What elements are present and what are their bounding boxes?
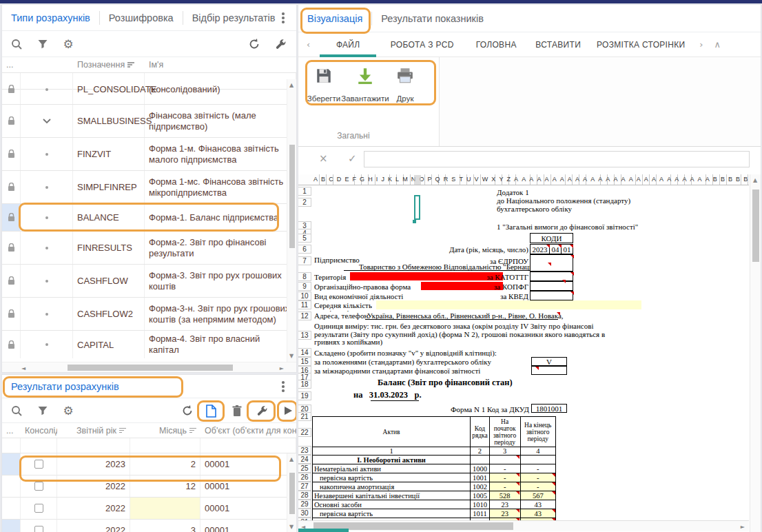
more-menu-icon[interactable] xyxy=(277,380,289,393)
row-header[interactable]: 28 xyxy=(298,491,311,500)
row-header[interactable]: 21 xyxy=(298,412,311,421)
col-header-name[interactable]: Ім'я xyxy=(145,60,296,70)
year-cell[interactable]: 2022 xyxy=(57,498,130,519)
col-header-year[interactable]: Звітній рік xyxy=(57,426,130,436)
calc-type-row[interactable]: CASHFLOW2Форма-3-н. Звіт про рух грошови… xyxy=(2,298,296,331)
filter-icon[interactable] xyxy=(35,403,50,418)
calc-type-row[interactable]: SIMPLFINREPФорма 1-мс. Фінансова звітніс… xyxy=(2,171,296,204)
vertical-scrollbar[interactable]: ▲ ▼ xyxy=(287,453,296,532)
col-header-object[interactable]: Об'єкт (об'єкти для кон xyxy=(200,426,296,436)
name-cell[interactable]: Форма-3. Звіт про рух грошових коштів xyxy=(145,265,296,297)
search-icon[interactable] xyxy=(9,37,24,52)
row-header[interactable]: 11 xyxy=(298,300,311,309)
name-cell[interactable]: Форма 1-мс. Фінансова звітність мікропід… xyxy=(145,171,296,203)
name-cell[interactable]: Форма-3-н. Звіт про рух грошових коштів … xyxy=(145,298,296,330)
name-cell[interactable]: Форма 1-м. Фінансова звітність малого пі… xyxy=(145,138,296,170)
tab-result-selection[interactable]: Відбір результатів xyxy=(183,12,285,23)
consolidated-checkbox[interactable] xyxy=(34,504,43,513)
row-header[interactable]: 22 xyxy=(298,428,311,437)
vertical-scrollbar[interactable]: ▲ ▼ xyxy=(287,79,296,362)
load-button[interactable]: Завантажити xyxy=(341,67,389,103)
calc-type-row[interactable]: CAPITALФорма-4. Звіт про власний капітал xyxy=(2,331,296,358)
more-menu-icon[interactable] xyxy=(277,11,289,25)
ribbon-tab-2[interactable]: РОБОТА З PCD xyxy=(379,32,465,57)
tab-calc-types[interactable]: Типи розрахунків xyxy=(2,12,99,23)
gear-icon[interactable]: ⚙ xyxy=(61,403,76,418)
year-cell[interactable]: 2023 xyxy=(57,453,130,475)
row-header[interactable]: 10 xyxy=(298,291,311,300)
fill-handle[interactable] xyxy=(413,220,416,223)
sheet-vertical-scrollbar[interactable]: ▲ xyxy=(750,174,761,532)
calc-result-row[interactable]: 2023200001 xyxy=(2,453,296,475)
calc-type-row[interactable]: BALANCEФорма-1. Баланс підприємства xyxy=(2,204,296,232)
col-header-month[interactable]: Місяць xyxy=(130,426,200,436)
designation-cell[interactable]: FINRESULTS xyxy=(73,232,145,264)
ribbon-tab-5[interactable]: РОЗМІТКА СТОРІНКИ xyxy=(589,32,692,57)
print-button[interactable]: Друк xyxy=(387,67,424,103)
row-header[interactable]: 2 xyxy=(298,198,311,207)
month-cell[interactable]: 2 xyxy=(130,453,200,475)
ribbon-tab-3[interactable]: ГОЛОВНА xyxy=(465,32,527,57)
object-cell[interactable]: 00001 xyxy=(200,520,296,532)
horizontal-scrollbar[interactable]: ◄ ► xyxy=(2,362,296,372)
confirm-icon[interactable]: ✓ xyxy=(348,152,357,165)
object-cell[interactable]: 00001 xyxy=(200,498,296,519)
year-cell[interactable]: 2022 xyxy=(57,475,130,497)
year-cell[interactable]: 2022 xyxy=(57,520,130,532)
sort-icon[interactable] xyxy=(127,62,134,68)
wrench-icon[interactable] xyxy=(273,37,288,52)
new-document-icon[interactable] xyxy=(203,403,218,418)
month-cell[interactable]: 12 xyxy=(130,475,200,497)
run-icon[interactable] xyxy=(280,403,296,418)
name-cell[interactable]: Форма-2. Звіт про фінансові результати xyxy=(145,232,296,264)
selected-cell-cursor[interactable] xyxy=(414,195,420,220)
row-header[interactable]: 24 xyxy=(298,455,311,464)
designation-cell[interactable]: CAPITAL xyxy=(73,331,145,358)
name-cell[interactable]: (консолідований) xyxy=(145,74,296,104)
designation-cell[interactable]: SIMPLFINREP xyxy=(73,171,145,203)
row-header[interactable]: 9 xyxy=(298,282,311,291)
tab-visualization[interactable]: Візуалізація xyxy=(298,13,371,24)
row-header[interactable]: 15 xyxy=(298,357,311,366)
refresh-icon[interactable] xyxy=(180,403,195,418)
row-header[interactable]: 30 xyxy=(298,509,311,518)
name-cell[interactable]: Фінансова звітність (мале підприємство) xyxy=(145,105,296,137)
ribbon-prev-icon[interactable]: ‹ xyxy=(300,39,317,50)
consolidated-checkbox[interactable] xyxy=(34,460,43,469)
calc-result-row[interactable]: 20221200001 xyxy=(2,475,296,498)
formula-input[interactable] xyxy=(364,151,750,167)
ribbon-tab-1[interactable]: ФАЙЛ xyxy=(317,32,379,57)
filter-icon[interactable] xyxy=(35,37,50,52)
tab-calc-results[interactable]: Результати розрахунків xyxy=(2,381,128,392)
row-header[interactable]: 19 xyxy=(298,391,311,400)
name-cell[interactable]: Форма-1. Баланс підприємства xyxy=(145,204,296,231)
wrench-icon[interactable] xyxy=(254,403,269,418)
cancel-icon[interactable]: × xyxy=(319,152,328,165)
calc-result-row[interactable]: 2022300001 xyxy=(2,520,296,532)
calc-type-row[interactable]: SMALLBUSINESSФінансова звітність (мале п… xyxy=(2,105,296,138)
row-header[interactable]: 14 xyxy=(298,348,311,357)
row-header[interactable]: 12 xyxy=(298,311,311,320)
ribbon-collapse-icon[interactable]: ∧ xyxy=(710,39,725,50)
tab-decryption[interactable]: Розшифровка xyxy=(100,12,183,23)
filter-row[interactable] xyxy=(2,438,296,453)
designation-cell[interactable]: SMALLBUSINESS xyxy=(73,105,145,137)
row-header[interactable]: 18 xyxy=(298,380,311,389)
row-header[interactable]: 7 xyxy=(298,256,311,265)
calc-result-row[interactable]: 202200001 xyxy=(2,498,296,520)
active-sheet-indicator[interactable] xyxy=(298,529,349,532)
sheet-horizontal-scrollbar[interactable]: ◄ ► xyxy=(298,520,749,531)
search-icon[interactable] xyxy=(9,403,24,418)
refresh-icon[interactable] xyxy=(247,37,262,52)
chevron-down-icon[interactable] xyxy=(21,105,73,137)
sort-icon[interactable] xyxy=(189,428,196,433)
consolidated-checkbox[interactable] xyxy=(34,526,43,532)
designation-cell[interactable]: BALANCE xyxy=(73,204,145,231)
ribbon-tab-4[interactable]: ВСТАВИТИ xyxy=(527,32,589,57)
month-cell[interactable] xyxy=(130,498,200,519)
col-header-consolidated[interactable]: Консолід xyxy=(21,426,57,436)
tab-indicator-results[interactable]: Результати показників xyxy=(372,13,493,24)
calc-type-row[interactable]: FINRESULTSФорма-2. Звіт про фінансові ре… xyxy=(2,232,296,265)
row-header[interactable]: 26 xyxy=(298,473,311,482)
month-cell[interactable]: 3 xyxy=(130,520,200,532)
